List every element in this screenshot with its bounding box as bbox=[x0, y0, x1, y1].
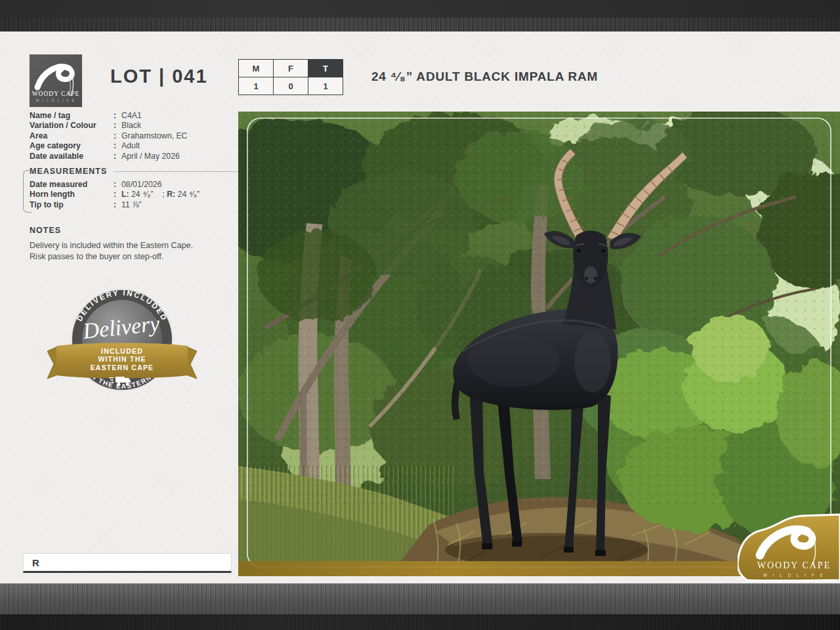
measurement-row: Horn length : L: 24 ⁴⁄₈” ; R: 24 ⁴⁄₈” bbox=[30, 190, 240, 200]
impala-nostril-right bbox=[594, 277, 597, 280]
detail-row: Name / tag : C4A1 bbox=[30, 111, 240, 121]
swoosh-icon: WOODY CAPE W I L D L I F E bbox=[30, 54, 82, 107]
measurement-label: Horn length bbox=[30, 190, 114, 200]
logo-name-text: WOODY CAPE bbox=[32, 91, 80, 97]
colon: : bbox=[114, 131, 121, 141]
detail-label: Age category bbox=[30, 141, 114, 151]
measurement-value: 08/01/2026 bbox=[121, 180, 240, 190]
band-line-3: EASTERN CAPE bbox=[91, 364, 154, 371]
impala-chest-highlight bbox=[574, 332, 611, 392]
detail-label: Name / tag bbox=[30, 111, 114, 121]
bottom-dark-bar bbox=[0, 614, 840, 630]
notes-line: Risk passes to the buyer on step-off. bbox=[30, 251, 240, 262]
detail-row: Variation / Colour : Black bbox=[30, 121, 240, 131]
measurement-row: Date measured : 08/01/2026 bbox=[30, 180, 240, 190]
gold-logo-sub: W I L D L I F E bbox=[763, 573, 826, 578]
detail-row: Age category : Adult bbox=[30, 141, 240, 151]
price-field[interactable]: R bbox=[23, 553, 232, 573]
detail-value: Black bbox=[121, 121, 240, 131]
notes-heading: NOTES bbox=[30, 226, 61, 235]
top-metal-strip bbox=[0, 18, 840, 32]
measurement-label: Date measured bbox=[30, 180, 114, 190]
woody-cape-logo: WOODY CAPE W I L D L I F E bbox=[30, 54, 82, 107]
detail-value: Grahamstown, EC bbox=[121, 131, 240, 141]
colon: : bbox=[114, 200, 121, 210]
horn-left-label: L: bbox=[121, 190, 129, 199]
sex-table-header-t: T bbox=[308, 60, 343, 77]
leaf-texture bbox=[238, 112, 840, 505]
lot-photo bbox=[238, 112, 840, 576]
impala-muzzle bbox=[584, 266, 597, 284]
gold-logo-shape bbox=[738, 514, 840, 581]
impala-eye-left bbox=[577, 249, 580, 252]
notes-line: Delivery is included within the Eastern … bbox=[30, 240, 240, 251]
heading-rule bbox=[114, 171, 240, 172]
logo-sub-text: W I L D L I F E bbox=[36, 99, 75, 102]
horn-separator: ; bbox=[162, 190, 164, 199]
horn-right-value: 24 ⁴⁄₈” bbox=[178, 190, 200, 199]
sex-table-value-f: 0 bbox=[274, 77, 308, 95]
detail-label: Variation / Colour bbox=[30, 121, 114, 131]
bottom-metal-strip bbox=[0, 583, 840, 614]
ribbon-tail-left bbox=[47, 346, 58, 379]
woody-cape-gold-logo: WOODY CAPE W I L D L I F E bbox=[738, 512, 840, 585]
currency-symbol: R bbox=[32, 557, 39, 568]
sex-table-header-f: F bbox=[274, 60, 308, 77]
impala-nostril-left bbox=[585, 277, 588, 280]
top-dark-bar bbox=[0, 0, 840, 18]
horn-length-value: L: 24 ⁴⁄₈” ; R: 24 ⁴⁄₈” bbox=[121, 190, 240, 200]
detail-value: C4A1 bbox=[121, 111, 240, 121]
impala-flank-highlight bbox=[468, 335, 560, 387]
colon: : bbox=[114, 121, 121, 131]
sex-count-table: M F T 1 0 1 bbox=[238, 59, 343, 95]
lot-number-label: LOT | 041 bbox=[110, 66, 208, 87]
detail-value: Adult bbox=[121, 141, 240, 151]
colon: : bbox=[114, 141, 121, 151]
impala-eye-right bbox=[601, 249, 604, 252]
colon: : bbox=[114, 111, 121, 121]
sex-table-value-m: 1 bbox=[239, 77, 274, 95]
band-line-1: INCLUDED bbox=[101, 347, 143, 355]
measurement-label: Tip to tip bbox=[30, 200, 114, 210]
band-line-2: WITHIN THE bbox=[98, 355, 146, 363]
colon: : bbox=[114, 152, 121, 161]
animal-details: Name / tag : C4A1 Variation / Colour : B… bbox=[30, 111, 240, 161]
measurements-section: MEASUREMENTS Date measured : 08/01/2026 … bbox=[30, 167, 240, 210]
horn-right-label: R: bbox=[167, 190, 175, 199]
colon: : bbox=[114, 190, 121, 200]
measurements-heading: MEASUREMENTS bbox=[30, 167, 107, 176]
ribbon-tail-right bbox=[186, 346, 197, 379]
detail-value: April / May 2026 bbox=[121, 152, 240, 161]
notes-section: NOTES Delivery is included within the Ea… bbox=[30, 226, 240, 262]
detail-label: Area bbox=[30, 131, 114, 141]
horn-left-value: 24 ⁴⁄₈” bbox=[131, 190, 154, 199]
measurement-row: Tip to tip : 11 ⅞” bbox=[30, 200, 240, 210]
measurements-bracket bbox=[23, 170, 32, 213]
measurement-value: 11 ⅞” bbox=[121, 200, 240, 210]
lot-card-page: WOODY CAPE W I L D L I F E LOT | 041 M F… bbox=[0, 0, 840, 630]
detail-row: Area : Grahamstown, EC bbox=[30, 131, 240, 141]
colon: : bbox=[114, 180, 121, 190]
gold-logo-name: WOODY CAPE bbox=[757, 560, 831, 570]
sex-table-header-m: M bbox=[239, 60, 274, 77]
delivery-included-badge: DELIVERY INCLUDED WITHIN THE EASTERN CAP… bbox=[47, 278, 197, 400]
sex-table-value-t: 1 bbox=[308, 77, 343, 95]
detail-label: Date available bbox=[30, 152, 114, 161]
detail-row: Date available : April / May 2026 bbox=[30, 152, 240, 161]
lot-title: 24 ⁴⁄₈” ADULT BLACK IMPALA RAM bbox=[371, 70, 598, 84]
